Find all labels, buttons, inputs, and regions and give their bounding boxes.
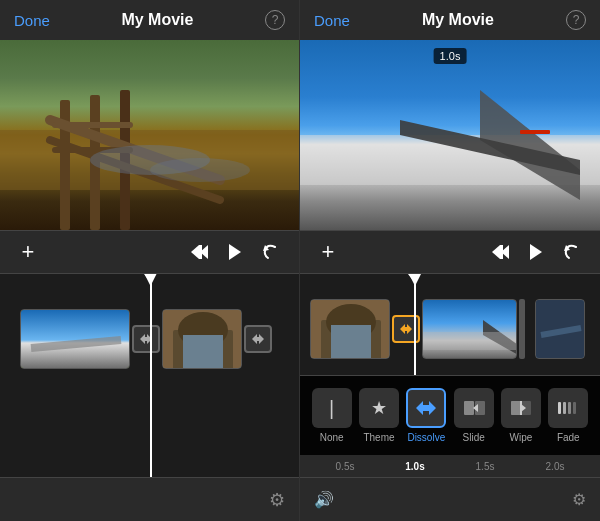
left-add-button[interactable]: +	[10, 234, 46, 270]
clip2-thumbnail	[163, 310, 242, 369]
right-title: My Movie	[422, 11, 494, 29]
transition-theme-symbol: ★	[371, 397, 387, 419]
svg-point-9	[150, 158, 250, 182]
svg-rect-38	[423, 300, 517, 359]
svg-rect-54	[573, 402, 576, 414]
transition-none-label: None	[320, 432, 344, 443]
right-settings-button[interactable]: ⚙	[572, 490, 586, 509]
right-transition-icon	[398, 321, 414, 337]
transition-theme-label: Theme	[363, 432, 394, 443]
transition-arrows-icon	[138, 331, 154, 347]
right-help-button[interactable]: ?	[566, 10, 586, 30]
right-play-icon	[528, 243, 544, 261]
right-clip1-thumbnail	[311, 300, 390, 359]
svg-rect-48	[511, 401, 521, 415]
right-video-frame	[300, 40, 600, 230]
right-undo-button[interactable]	[554, 234, 590, 270]
undo-icon	[261, 243, 281, 261]
fade-icon	[556, 398, 580, 418]
right-transition-selector: | None ★ Theme Dissolve	[300, 375, 600, 455]
left-panel: Done My Movie ?	[0, 0, 300, 521]
ruler-tick-2: 1.5s	[450, 461, 520, 472]
transition-dissolve-label: Dissolve	[407, 432, 445, 443]
left-settings-button[interactable]: ⚙	[269, 489, 285, 511]
transition-arrows-icon-2	[250, 331, 266, 347]
rewind-icon	[189, 243, 209, 261]
transition-dissolve-box[interactable]	[406, 388, 446, 428]
left-clip-1[interactable]	[20, 309, 130, 369]
svg-rect-52	[563, 402, 566, 414]
slide-icon	[462, 398, 486, 418]
left-transition-1[interactable]	[132, 325, 160, 353]
right-timestamp-badge: 1.0s	[434, 48, 467, 64]
transition-wipe-box[interactable]	[501, 388, 541, 428]
left-toolbar: +	[0, 230, 299, 274]
right-rewind-icon	[490, 243, 510, 261]
aerial-scene-overlay	[300, 40, 600, 230]
left-playhead	[150, 274, 152, 477]
right-clip2-thumbnail	[423, 300, 517, 359]
right-timeline[interactable]	[300, 274, 600, 375]
svg-rect-51	[558, 402, 561, 414]
left-done-button[interactable]: Done	[14, 12, 50, 29]
right-done-button[interactable]: Done	[314, 12, 350, 29]
transition-wipe-label: Wipe	[510, 432, 533, 443]
transition-none-option[interactable]: | None	[312, 388, 352, 443]
left-playhead-top	[144, 274, 156, 282]
left-clip-2[interactable]	[162, 309, 242, 369]
right-playhead	[414, 274, 416, 375]
left-help-button[interactable]: ?	[265, 10, 285, 30]
left-rewind-button[interactable]	[181, 234, 217, 270]
transition-none-symbol: |	[329, 397, 334, 420]
svg-rect-36	[331, 325, 371, 359]
svg-rect-27	[520, 130, 550, 134]
svg-marker-10	[191, 245, 199, 259]
right-clip-1[interactable]	[310, 299, 390, 359]
svg-marker-37	[400, 324, 412, 334]
transition-theme-option[interactable]: ★ Theme	[359, 388, 399, 443]
right-video-preview: 1.0s	[300, 40, 600, 230]
fence-scene-overlay	[0, 40, 299, 230]
svg-rect-53	[568, 402, 571, 414]
transition-wipe-option[interactable]: Wipe	[501, 388, 541, 443]
svg-rect-21	[183, 335, 223, 369]
play-icon	[227, 243, 243, 261]
right-clips-row	[300, 294, 600, 364]
right-clip-separator	[519, 299, 525, 359]
left-header: Done My Movie ?	[0, 0, 299, 40]
transition-slide-option[interactable]: Slide	[454, 388, 494, 443]
right-header: Done My Movie ?	[300, 0, 600, 40]
left-video-preview	[0, 40, 299, 230]
right-clip-3[interactable]	[535, 299, 585, 359]
transition-slide-box[interactable]	[454, 388, 494, 428]
right-playhead-top	[408, 274, 420, 282]
right-clip3-thumbnail	[536, 300, 585, 359]
right-bottom-bar: 🔊 ⚙	[300, 477, 600, 521]
transition-slide-label: Slide	[463, 432, 485, 443]
transition-dissolve-option[interactable]: Dissolve	[406, 388, 446, 443]
ruler-tick-1: 1.0s	[380, 461, 450, 472]
ruler-tick-3: 2.0s	[520, 461, 590, 472]
right-panel: Done My Movie ? 1.0s +	[300, 0, 600, 521]
left-transition-2[interactable]	[244, 325, 272, 353]
svg-marker-31	[530, 244, 542, 260]
left-undo-button[interactable]	[253, 234, 289, 270]
transition-none-box[interactable]: |	[312, 388, 352, 428]
transition-theme-box[interactable]: ★	[359, 388, 399, 428]
right-clip-2[interactable]	[422, 299, 517, 359]
left-timeline[interactable]	[0, 274, 299, 477]
right-volume-button[interactable]: 🔊	[314, 490, 334, 509]
clip1-thumbnail	[21, 310, 130, 369]
right-play-button[interactable]	[518, 234, 554, 270]
svg-marker-13	[229, 244, 241, 260]
left-play-button[interactable]	[217, 234, 253, 270]
svg-marker-28	[492, 245, 500, 259]
right-add-button[interactable]: +	[310, 234, 346, 270]
transition-fade-box[interactable]	[548, 388, 588, 428]
right-rewind-button[interactable]	[482, 234, 518, 270]
transition-fade-option[interactable]: Fade	[548, 388, 588, 443]
right-timeline-ruler: 0.5s 1.0s 1.5s 2.0s	[300, 455, 600, 477]
svg-rect-40	[423, 332, 517, 350]
transition-fade-label: Fade	[557, 432, 580, 443]
svg-rect-44	[464, 401, 474, 415]
